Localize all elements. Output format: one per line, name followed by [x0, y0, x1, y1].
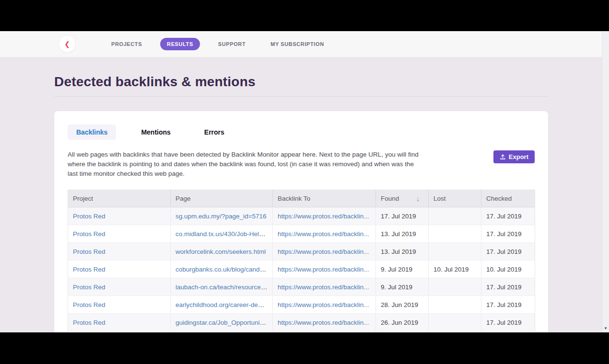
table-row: Protos Redco.midland.tx.us/430/Job-Help-… — [68, 225, 535, 243]
cell-backlink-to: https://www.protos.red/backlin... — [273, 296, 376, 314]
page-link[interactable]: sg.upm.edu.my/?page_id=5716 — [176, 213, 267, 220]
cell-project: Protos Red — [68, 278, 171, 296]
column-header-project[interactable]: Project — [68, 190, 171, 207]
backlink-to-link[interactable]: https://www.protos.red/backlin... — [278, 230, 369, 238]
page-link[interactable]: workforcelink.com/seekers.html — [176, 248, 266, 255]
cell-lost — [429, 296, 481, 314]
export-button-label: Export — [509, 153, 528, 160]
top-navbar: ❮ PROJECTS RESULTS SUPPORT MY SUBSCRIPTI… — [0, 31, 602, 57]
cell-found: 9. Jul 2019 — [376, 261, 429, 278]
tab-errors[interactable]: Errors — [196, 125, 233, 140]
export-button[interactable]: Export — [493, 150, 535, 163]
project-link[interactable]: Protos Red — [73, 248, 105, 255]
cell-page: sg.upm.edu.my/?page_id=5716 — [171, 207, 273, 225]
cell-page: guidingstar.ca/Job_Opportuniti... — [171, 314, 273, 331]
cell-page: laubach-on.ca/teach/resources/... — [171, 278, 273, 296]
backlink-to-link[interactable]: https://www.protos.red/backlin... — [278, 248, 369, 255]
cell-project: Protos Red — [68, 225, 171, 243]
table-row: Protos Redlaubach-on.ca/teach/resources/… — [68, 278, 535, 296]
backlink-to-link[interactable]: https://www.protos.red/backlin... — [278, 284, 369, 291]
page-link[interactable]: laubach-on.ca/teach/resources/... — [176, 284, 271, 291]
project-link[interactable]: Protos Red — [73, 230, 105, 238]
cell-page: earlychildhood.org/career-deve... — [171, 296, 273, 314]
cell-backlink-to: https://www.protos.red/backlin... — [273, 278, 376, 296]
cell-lost — [429, 314, 481, 331]
cell-project: Protos Red — [68, 296, 171, 314]
backlink-to-link[interactable]: https://www.protos.red/backlin... — [278, 301, 369, 308]
cell-project: Protos Red — [68, 314, 171, 331]
table-body: Protos Redsg.upm.edu.my/?page_id=5716htt… — [68, 207, 535, 331]
cell-found: 17. Jul 2019 — [376, 207, 429, 225]
cell-checked: 17. Jul 2019 — [481, 278, 535, 296]
cell-backlink-to: https://www.protos.red/backlin... — [273, 314, 376, 331]
cell-checked: 17. Jul 2019 — [481, 207, 535, 225]
page-link[interactable]: earlychildhood.org/career-deve... — [176, 301, 270, 308]
cell-project: Protos Red — [68, 261, 171, 278]
cell-found: 13. Jul 2019 — [376, 225, 429, 243]
cell-lost — [429, 207, 481, 225]
title-divider — [54, 96, 548, 97]
cell-project: Protos Red — [68, 207, 171, 225]
chevron-left-icon: ❮ — [64, 41, 70, 47]
scrollbar-down-icon[interactable]: ▼ — [602, 327, 609, 330]
letterbox-bottom — [0, 332, 609, 364]
nav-item-results[interactable]: RESULTS — [160, 38, 200, 50]
letterbox-top — [0, 0, 609, 31]
cell-checked: 17. Jul 2019 — [481, 314, 535, 331]
cell-lost: 10. Jul 2019 — [429, 261, 481, 278]
nav-item-support[interactable]: SUPPORT — [211, 38, 252, 50]
cell-lost — [429, 278, 481, 296]
intro-row: All web pages with backlinks that have b… — [68, 150, 535, 179]
description-text: All web pages with backlinks that have b… — [68, 150, 425, 179]
project-link[interactable]: Protos Red — [73, 319, 105, 326]
column-header-lost[interactable]: Lost — [429, 190, 481, 207]
project-link[interactable]: Protos Red — [73, 284, 105, 291]
screen: ❮ PROJECTS RESULTS SUPPORT MY SUBSCRIPTI… — [0, 0, 609, 364]
cell-page: co.midland.tx.us/430/Job-Help-... — [171, 225, 273, 243]
nav-items: PROJECTS RESULTS SUPPORT MY SUBSCRIPTION — [105, 38, 331, 50]
tab-mentions[interactable]: Mentions — [132, 125, 179, 140]
table-row: Protos Redguidingstar.ca/Job_Opportuniti… — [68, 314, 535, 331]
cell-backlink-to: https://www.protos.red/backlin... — [273, 225, 376, 243]
page-link[interactable]: guidingstar.ca/Job_Opportuniti... — [176, 319, 269, 326]
cell-lost — [429, 243, 481, 261]
cell-page: workforcelink.com/seekers.html — [171, 243, 273, 261]
vertical-scrollbar[interactable]: ▼ — [602, 31, 609, 332]
column-header-page[interactable]: Page — [171, 190, 273, 207]
cell-backlink-to: https://www.protos.red/backlin... — [273, 261, 376, 278]
project-link[interactable]: Protos Red — [73, 301, 105, 308]
cell-backlink-to: https://www.protos.red/backlin... — [273, 243, 376, 261]
nav-item-my-subscription[interactable]: MY SUBSCRIPTION — [264, 38, 330, 50]
page-title: Detected backlinks & mentions — [54, 74, 602, 90]
table-row: Protos Redworkforcelink.com/seekers.html… — [68, 243, 535, 261]
project-link[interactable]: Protos Red — [73, 266, 105, 273]
page-link[interactable]: co.midland.tx.us/430/Job-Help-... — [176, 230, 270, 238]
page-link[interactable]: coburgbanks.co.uk/blog/candid... — [176, 266, 270, 273]
cell-lost — [429, 225, 481, 243]
page-content: Detected backlinks & mentions Backlinks … — [0, 57, 602, 332]
cell-found: 9. Jul 2019 — [376, 278, 429, 296]
cell-page: coburgbanks.co.uk/blog/candid... — [171, 261, 273, 278]
column-header-checked[interactable]: Checked — [481, 190, 535, 207]
table-row: Protos Redcoburgbanks.co.uk/blog/candid.… — [68, 261, 535, 278]
tab-backlinks[interactable]: Backlinks — [68, 125, 116, 140]
sort-desc-icon[interactable]: ↓ — [416, 195, 420, 203]
results-card: Backlinks Mentions Errors All web pages … — [54, 111, 548, 332]
column-header-found[interactable]: Found ↓ — [376, 190, 429, 207]
nav-item-projects[interactable]: PROJECTS — [105, 38, 149, 50]
cell-project: Protos Red — [68, 243, 171, 261]
backlink-to-link[interactable]: https://www.protos.red/backlin... — [278, 213, 369, 220]
cell-checked: 17. Jul 2019 — [481, 243, 535, 261]
cell-checked: 17. Jul 2019 — [481, 296, 535, 314]
upload-icon — [500, 154, 506, 160]
cell-found: 28. Jun 2019 — [376, 296, 429, 314]
backlink-to-link[interactable]: https://www.protos.red/backlin... — [278, 266, 369, 273]
cell-checked: 10. Jul 2019 — [481, 261, 535, 278]
back-button[interactable]: ❮ — [59, 35, 76, 53]
table-row: Protos Redearlychildhood.org/career-deve… — [68, 296, 535, 314]
project-link[interactable]: Protos Red — [73, 213, 105, 220]
backlinks-table: Project Page Backlink To Found ↓ Lost Ch… — [68, 190, 535, 331]
tabs: Backlinks Mentions Errors — [68, 125, 535, 140]
column-header-backlink-to[interactable]: Backlink To — [273, 190, 376, 207]
backlink-to-link[interactable]: https://www.protos.red/backlin... — [278, 319, 369, 326]
